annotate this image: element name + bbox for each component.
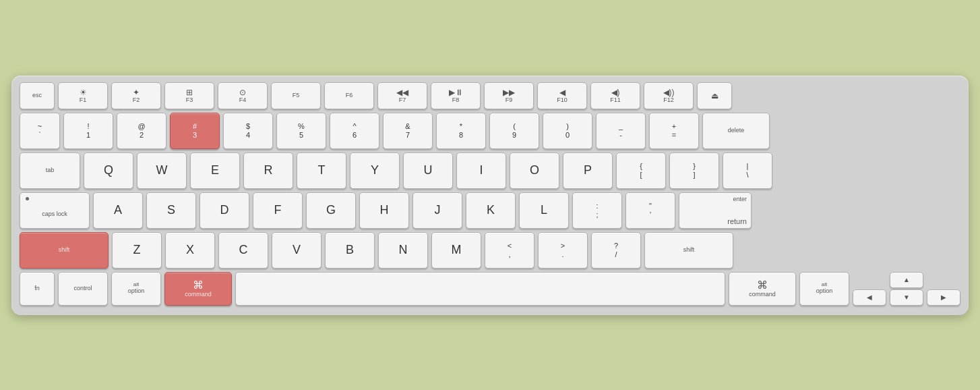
key-j[interactable]: J (412, 192, 462, 229)
key-enter[interactable]: enter return (679, 192, 752, 229)
key-f12[interactable]: ◀)) F12 (644, 82, 694, 109)
key-k[interactable]: K (466, 192, 516, 229)
key-f8[interactable]: ▶⏸ F8 (431, 82, 481, 109)
key-f[interactable]: F (253, 192, 303, 229)
key-f5[interactable]: F5 (271, 82, 321, 109)
key-c[interactable]: C (218, 232, 268, 269)
key-equal[interactable]: + = (649, 113, 699, 149)
key-v[interactable]: V (272, 232, 321, 269)
key-capslock[interactable]: caps lock (20, 192, 90, 229)
key-d[interactable]: D (200, 192, 249, 229)
key-3[interactable]: # 3 (170, 113, 220, 149)
key-t[interactable]: T (297, 152, 346, 189)
key-8[interactable]: * 8 (436, 113, 486, 149)
key-comma[interactable]: < , (485, 232, 534, 269)
key-w[interactable]: W (137, 152, 187, 189)
key-shift-right[interactable]: shift (644, 232, 733, 269)
key-period[interactable]: > . (538, 232, 588, 269)
key-s[interactable]: S (146, 192, 196, 229)
key-space[interactable] (235, 272, 725, 306)
key-command-right[interactable]: ⌘ command (729, 272, 796, 306)
qwerty-row: tab Q W E R T Y U I O P { [ } ] | \ (20, 152, 960, 189)
zxcv-row: shift Z X C V B N M < , > . ? / shif (20, 232, 960, 269)
key-y[interactable]: Y (350, 152, 400, 189)
number-row: ~ ` ! 1 @ 2 # 3 $ 4 (20, 113, 960, 149)
key-f1[interactable]: ☀ F1 (58, 82, 108, 109)
key-minus[interactable]: _ - (596, 113, 646, 149)
key-2[interactable]: @ 2 (117, 113, 166, 149)
key-arrow-left[interactable]: ◀ (853, 289, 886, 306)
asdf-row: caps lock A S D F G H J K L : ; " ' ente… (20, 192, 960, 229)
key-shift-left[interactable]: shift (20, 232, 109, 269)
key-f3[interactable]: ⊞ F3 (164, 82, 214, 109)
key-0[interactable]: ) 0 (543, 113, 592, 149)
key-f6[interactable]: F6 (324, 82, 374, 109)
arrow-cluster: ▲ ◀ ▼ ▶ (853, 272, 960, 306)
key-l[interactable]: L (519, 192, 569, 229)
key-f4[interactable]: ⊙ F4 (218, 82, 268, 109)
key-i[interactable]: I (456, 152, 506, 189)
key-f2[interactable]: ✦ F2 (111, 82, 161, 109)
key-r[interactable]: R (243, 152, 293, 189)
key-tab[interactable]: tab (20, 152, 80, 189)
key-arrow-up[interactable]: ▲ (890, 272, 923, 288)
key-p[interactable]: P (563, 152, 613, 189)
key-rbracket[interactable]: } ] (669, 152, 719, 189)
key-arrow-down[interactable]: ▼ (890, 289, 923, 306)
key-x[interactable]: X (165, 232, 215, 269)
key-q[interactable]: Q (84, 152, 133, 189)
key-delete[interactable]: delete (702, 113, 770, 149)
key-5[interactable]: % 5 (276, 113, 326, 149)
key-arrow-right[interactable]: ▶ (927, 289, 960, 306)
key-option-left[interactable]: alt option (111, 272, 161, 306)
key-option-right[interactable]: alt option (799, 272, 849, 306)
key-o[interactable]: O (510, 152, 559, 189)
key-f9[interactable]: ▶▶ F9 (484, 82, 534, 109)
key-6[interactable]: ^ 6 (330, 113, 379, 149)
key-4[interactable]: $ 4 (223, 113, 273, 149)
key-n[interactable]: N (378, 232, 428, 269)
key-f7[interactable]: ◀◀ F7 (377, 82, 427, 109)
key-1[interactable]: ! 1 (63, 113, 113, 149)
key-lbracket[interactable]: { [ (616, 152, 666, 189)
key-slash[interactable]: ? / (591, 232, 641, 269)
keyboard: esc ☀ F1 ✦ F2 ⊞ F3 ⊙ F4 F5 F6 ◀◀ F7 ▶⏸ (11, 76, 969, 315)
key-semicolon[interactable]: : ; (572, 192, 622, 229)
key-u[interactable]: U (403, 152, 453, 189)
key-f10[interactable]: ◀ F10 (537, 82, 587, 109)
key-h[interactable]: H (359, 192, 409, 229)
key-eject[interactable]: ⏏ (697, 82, 732, 109)
key-backslash[interactable]: | \ (723, 152, 772, 189)
key-tilde[interactable]: ~ ` (20, 113, 60, 149)
function-row: esc ☀ F1 ✦ F2 ⊞ F3 ⊙ F4 F5 F6 ◀◀ F7 ▶⏸ (20, 82, 960, 109)
key-7[interactable]: & 7 (383, 113, 433, 149)
key-a[interactable]: A (93, 192, 143, 229)
key-9[interactable]: ( 9 (489, 113, 539, 149)
key-z[interactable]: Z (112, 232, 162, 269)
key-esc[interactable]: esc (20, 82, 55, 109)
key-fn[interactable]: fn (20, 272, 55, 306)
key-control[interactable]: control (58, 272, 108, 306)
key-e[interactable]: E (190, 152, 240, 189)
key-f11[interactable]: ◀) F11 (590, 82, 640, 109)
key-m[interactable]: M (431, 232, 481, 269)
bottom-row: fn control alt option ⌘ command ⌘ comman… (20, 272, 960, 306)
key-quote[interactable]: " ' (625, 192, 675, 229)
key-b[interactable]: B (325, 232, 375, 269)
capslock-indicator (26, 197, 29, 200)
key-g[interactable]: G (306, 192, 356, 229)
key-command-left[interactable]: ⌘ command (164, 272, 232, 306)
